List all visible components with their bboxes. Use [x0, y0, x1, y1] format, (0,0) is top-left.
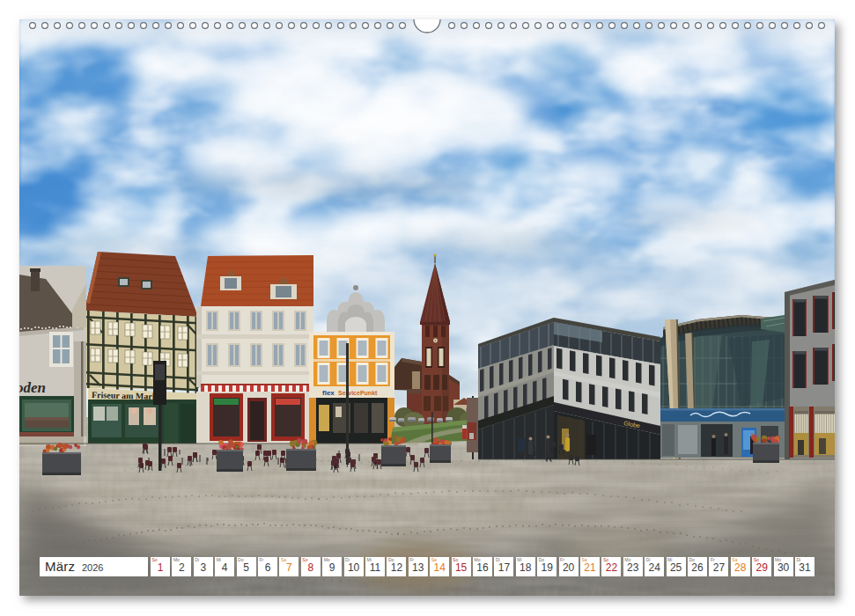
svg-text:ServicePunkt: ServicePunkt [338, 390, 378, 396]
svg-text:flex: flex [322, 389, 335, 397]
svg-text:oden: oden [19, 379, 46, 396]
